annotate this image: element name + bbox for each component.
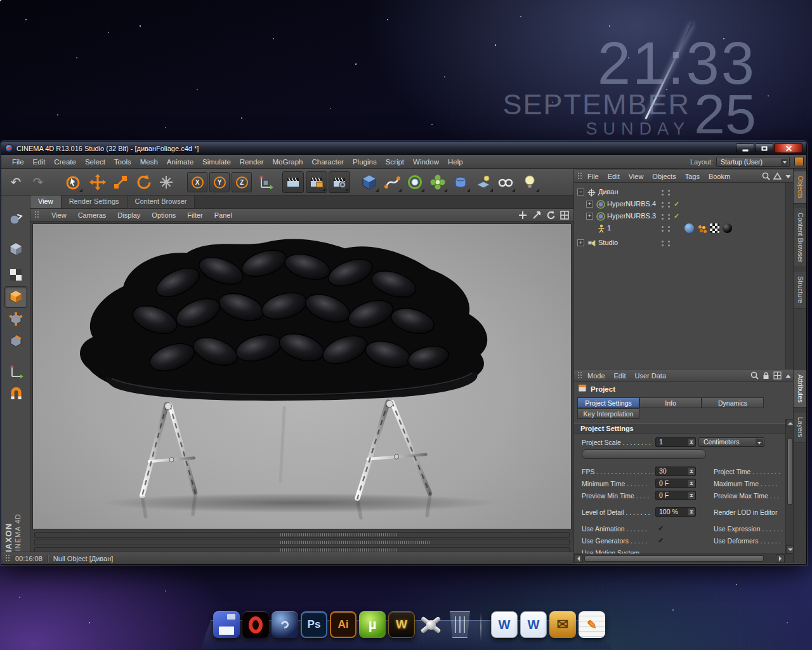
view-rotate-icon[interactable]	[546, 210, 556, 220]
om-menu-tags[interactable]: Tags	[681, 171, 704, 182]
add-mograph-button[interactable]	[427, 171, 449, 193]
render-view-button[interactable]	[282, 171, 304, 193]
edges-mode-icon[interactable]	[4, 331, 27, 352]
expand-icon[interactable]: +	[586, 201, 593, 208]
scale-project-button[interactable]	[582, 449, 706, 459]
menu-edit[interactable]: Edit	[29, 156, 50, 168]
dock-opera-icon[interactable]	[242, 611, 269, 638]
tab-content-browser[interactable]: Content Browser	[128, 196, 195, 208]
texture-mode-icon[interactable]	[4, 264, 27, 286]
dock-save-floppy-icon[interactable]	[213, 611, 240, 638]
level-of-detail-input[interactable]: 100 %	[655, 507, 696, 517]
make-editable-icon[interactable]	[4, 208, 27, 230]
layout-pin-icon[interactable]	[794, 157, 804, 166]
phong-tag-icon[interactable]	[697, 223, 707, 233]
tree-row-hypernurbs4[interactable]: + HyperNURBS.4 ✓	[574, 199, 785, 210]
menu-create[interactable]: Create	[49, 156, 81, 168]
last-tool-icon[interactable]	[155, 171, 177, 193]
search-icon[interactable]	[762, 171, 770, 183]
dock-wow-icon[interactable]: W	[388, 611, 415, 638]
dock-3d-app-icon[interactable]	[417, 611, 444, 638]
menu-render[interactable]: Render	[235, 156, 268, 168]
am-menu-userdata[interactable]: User Data	[631, 371, 671, 381]
view-layout-toggle-icon[interactable]	[560, 210, 570, 220]
rotate-tool[interactable]	[133, 171, 154, 193]
section-project-settings[interactable]: Project Settings	[574, 423, 785, 434]
visibility-dots[interactable]	[662, 241, 664, 242]
vp-menu-view[interactable]: View	[46, 210, 72, 220]
undo-button[interactable]: ↶	[5, 171, 27, 193]
redo-button[interactable]: ↷	[27, 171, 49, 193]
chevron-down-icon[interactable]	[785, 171, 792, 183]
dock-utorrent-icon[interactable]: µ	[359, 611, 386, 638]
am-menu-mode[interactable]: Mode	[584, 371, 609, 381]
close-button[interactable]	[774, 143, 802, 153]
object-mode-icon[interactable]	[4, 286, 27, 308]
dock-word-document-2-icon[interactable]: W	[520, 611, 547, 638]
tab-key-interpolation[interactable]: Key Interpolation	[577, 408, 639, 419]
tree-row-divan[interactable]: − Диван	[574, 187, 785, 198]
scroll-thumb[interactable]	[584, 555, 764, 562]
vp-menu-panel[interactable]: Panel	[209, 210, 238, 220]
expand-icon[interactable]: +	[577, 239, 584, 246]
side-tab-structure[interactable]: Structure	[794, 272, 806, 308]
tree-row-figure[interactable]: 1	[574, 223, 785, 234]
side-tab-content-browser[interactable]: Content Browser	[794, 208, 806, 267]
menu-help[interactable]: Help	[443, 156, 468, 168]
spinner-icon[interactable]	[688, 508, 695, 515]
maximize-button[interactable]	[755, 143, 773, 153]
viewport-canvas[interactable]	[32, 223, 572, 529]
tab-render-settings[interactable]: Render Settings	[62, 196, 128, 208]
scroll-thumb[interactable]	[787, 438, 793, 505]
panel-grip[interactable]	[577, 371, 582, 380]
statusbar-grip[interactable]	[5, 554, 10, 562]
project-scale-input[interactable]: 1	[655, 437, 696, 447]
lock-y-axis-button[interactable]: Y	[209, 172, 230, 192]
collapse-icon[interactable]: −	[577, 189, 584, 196]
dock-illustrator-icon[interactable]: Ai	[330, 611, 357, 638]
side-tab-objects[interactable]: Objects	[794, 171, 806, 204]
visibility-dots[interactable]	[668, 214, 670, 216]
menu-simulate[interactable]: Simulate	[198, 156, 235, 168]
stereo-camera-button[interactable]	[495, 171, 516, 193]
menu-mograph[interactable]: MoGraph	[268, 156, 308, 168]
display-tag-icon[interactable]	[684, 223, 694, 233]
panel-grip[interactable]	[577, 172, 582, 180]
dock-notes-icon[interactable]: ✎	[579, 611, 605, 638]
titlebar[interactable]: CINEMA 4D R13.016 Studio (32 Bit) - [див…	[1, 142, 806, 155]
render-to-picture-viewer-button[interactable]	[306, 171, 327, 193]
visibility-dots[interactable]	[668, 202, 670, 204]
lock-z-axis-button[interactable]: Z	[232, 172, 252, 192]
search-icon[interactable]	[750, 371, 759, 382]
scale-tool[interactable]	[110, 171, 131, 193]
unit-dropdown[interactable]: Centimeters	[698, 437, 764, 447]
preview-min-time-input[interactable]: 0 F	[655, 491, 696, 500]
snap-magnet-icon[interactable]	[4, 383, 27, 404]
menu-file[interactable]: File	[8, 156, 29, 168]
visibility-dots[interactable]	[662, 202, 664, 204]
add-light-button[interactable]	[519, 171, 540, 193]
scroll-left-arrow[interactable]	[574, 554, 583, 563]
tab-view[interactable]: View	[30, 196, 62, 208]
chevron-up-icon[interactable]	[785, 371, 792, 382]
tab-dynamics[interactable]: Dynamics	[702, 397, 764, 408]
vp-menu-cameras[interactable]: Cameras	[72, 210, 112, 220]
panel-grip[interactable]	[34, 211, 39, 219]
add-deformer-button[interactable]	[450, 171, 471, 193]
expand-icon[interactable]: +	[586, 213, 593, 220]
spinner-icon[interactable]	[688, 468, 695, 475]
path-icon[interactable]	[773, 171, 782, 183]
visibility-dots[interactable]	[668, 190, 670, 192]
spinner-icon[interactable]	[688, 480, 695, 487]
lock-icon[interactable]	[762, 371, 770, 382]
menu-window[interactable]: Window	[409, 156, 443, 168]
enabled-check-icon[interactable]: ✓	[674, 212, 679, 220]
tab-info[interactable]: Info	[639, 397, 702, 408]
menu-script[interactable]: Script	[381, 156, 409, 168]
spinner-icon[interactable]	[688, 439, 695, 446]
menu-character[interactable]: Character	[307, 156, 348, 168]
vp-menu-options[interactable]: Options	[146, 210, 181, 220]
coordinate-system-button[interactable]	[255, 171, 277, 193]
vp-menu-display[interactable]: Display	[112, 210, 146, 220]
om-menu-bookmarks[interactable]: Bookm	[705, 171, 734, 182]
